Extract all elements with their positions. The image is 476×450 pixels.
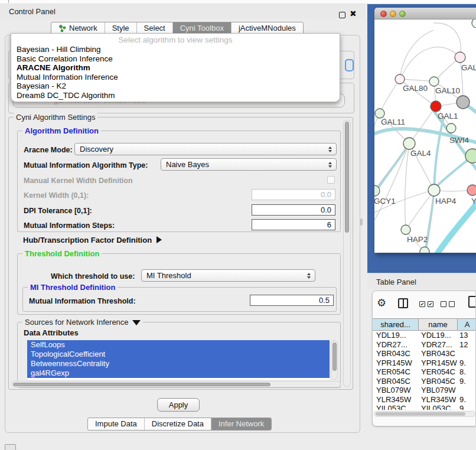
algorithm-dropdown-popup: Select algorithm to view settings Bayesi…	[11, 33, 340, 102]
tab-label: Cyni Toolbox	[180, 22, 224, 34]
node-label: GAL80	[403, 84, 428, 93]
tab-impute-data[interactable]: Impute Data	[88, 418, 144, 430]
threshold-definition-group: Threshold Definition Which threshold to …	[17, 253, 341, 315]
column-header-shared-name[interactable]: shared...	[373, 319, 419, 330]
mi-threshold-definition-group: MI Threshold Definition Mutual Informati…	[22, 287, 337, 312]
table-row[interactable]: YPR145WYPR145W9.	[373, 358, 476, 368]
zoom-traffic-light-icon[interactable]	[399, 11, 406, 17]
mi-threshold-input[interactable]	[250, 295, 334, 306]
network-node[interactable]	[431, 101, 441, 112]
split-view-icon[interactable]	[398, 298, 408, 308]
attribute-list-item[interactable]: BetweennessCentrality	[27, 359, 330, 369]
table-row[interactable]: YDR27...YDR27...12	[373, 340, 476, 350]
close-icon[interactable]: ✖	[350, 9, 357, 18]
network-node[interactable]	[420, 247, 429, 253]
settings-hscrollbar[interactable]	[11, 381, 341, 387]
tab-label: Network	[69, 22, 97, 34]
close-traffic-light-icon[interactable]	[380, 11, 387, 17]
attribute-list-item[interactable]: SelfLoops	[27, 340, 330, 350]
column-header-partial[interactable]: A	[458, 319, 476, 330]
table-cell: 9.	[458, 358, 476, 368]
algorithm-option[interactable]: Basic Correlation Inference	[11, 54, 340, 64]
minimize-traffic-light-icon[interactable]	[390, 11, 396, 17]
dpi-tolerance-input[interactable]	[252, 204, 335, 216]
unchecked-checkbox-icon[interactable]	[449, 301, 455, 307]
network-node[interactable]	[465, 149, 476, 163]
attribute-list-item[interactable]: TopologicalCoefficient	[27, 350, 330, 359]
tab-jactivemnodules[interactable]: jActiveMNodules	[231, 22, 303, 34]
network-node[interactable]	[395, 74, 405, 84]
scrollbar-thumb[interactable]	[376, 412, 465, 416]
table-cell: 8.	[458, 367, 476, 377]
network-edge	[409, 106, 436, 144]
network-canvas[interactable]: GALGAL80GAL10GAL1GAL11SWI4GAL4GCY1HAP4YH…	[374, 19, 476, 253]
algorithm-option[interactable]: ARACNE Algorithm	[11, 63, 340, 73]
algorithm-option[interactable]: Dream8 DC_TDC Algorithm	[11, 91, 340, 100]
table-row[interactable]: YDL19...YDL19...13	[373, 331, 476, 340]
which-threshold-label: Which threshold to use:	[51, 272, 135, 281]
algorithm-option[interactable]: Bayesian - Hill Climbing	[11, 45, 340, 54]
network-node[interactable]	[375, 109, 384, 118]
focused-combo-button[interactable]	[345, 59, 354, 71]
tab-select[interactable]: Select	[136, 22, 172, 34]
table-cell: YDL19...	[373, 331, 419, 340]
tab-infer-network[interactable]: Infer Network	[211, 418, 271, 430]
scrollbar-thumb[interactable]	[13, 383, 270, 386]
network-node[interactable]	[472, 19, 476, 28]
tab-style[interactable]: Style	[105, 22, 136, 34]
algorithm-option[interactable]: Mutual Information Inference	[11, 73, 340, 82]
table-row[interactable]: YER054CYER054C8.	[373, 367, 476, 377]
tab-discretize-data[interactable]: Discretize Data	[144, 418, 211, 430]
network-node[interactable]	[401, 225, 410, 234]
hub-tf-definition-toggle[interactable]: Hub/Transcription Factor Definition	[23, 236, 162, 244]
table-hscrollbar[interactable]	[374, 411, 475, 417]
tab-cyni-toolbox[interactable]: Cyni Toolbox	[172, 22, 231, 34]
attribute-list-item[interactable]: gal4RGexp	[27, 369, 330, 378]
node-label: GAL4	[410, 149, 431, 158]
manual-kernel-width-checkbox[interactable]	[327, 176, 335, 184]
table-row[interactable]: YIL053CYIL053C9	[373, 404, 476, 410]
network-node[interactable]	[446, 123, 456, 133]
splitter-handle[interactable]	[360, 219, 363, 226]
tab-network[interactable]: Network	[51, 22, 105, 34]
float-panel-icon[interactable]	[339, 12, 345, 18]
algorithm-definition-group: Algorithm Definition Aracne Mode: Discov…	[17, 131, 341, 232]
network-edge	[400, 30, 433, 79]
table-row[interactable]: YBL079WYBL079W	[373, 386, 476, 395]
scrollbar-thumb[interactable]	[345, 122, 349, 233]
network-window-titlebar[interactable]	[374, 8, 476, 19]
network-node[interactable]	[467, 185, 476, 195]
checked-checkbox-icon[interactable]: ✔	[419, 301, 425, 307]
unchecked-checkbox-icon[interactable]	[441, 301, 446, 307]
sources-group-title[interactable]: Sources for Network Inference	[22, 318, 143, 327]
table-cell: YDL19...	[419, 331, 458, 340]
aracne-mode-combo[interactable]: Discovery	[74, 143, 337, 155]
network-node[interactable]	[457, 96, 470, 109]
gear-icon[interactable]: ⚙	[377, 296, 386, 309]
attributes-scrollbar[interactable]	[331, 340, 338, 380]
network-edge	[433, 23, 461, 57]
table-cell: YLR345W	[373, 395, 419, 405]
table-row[interactable]: YBR043CYBR043C	[373, 349, 476, 358]
table-row[interactable]: YBR045CYBR045C9.	[373, 377, 476, 386]
checked-checkbox-icon[interactable]: ✔	[428, 301, 433, 307]
kernel-width-input[interactable]	[252, 189, 335, 200]
algorithm-option[interactable]: Bayesian - K2	[11, 81, 340, 91]
table-row[interactable]: YLR345WYLR345W9.	[373, 395, 476, 405]
table-cell: YBR043C	[373, 349, 419, 358]
mi-algorithm-type-combo[interactable]: Naive Bayes	[161, 158, 337, 171]
which-threshold-combo[interactable]: MI Threshold	[141, 269, 315, 282]
column-header-name[interactable]: name	[419, 319, 458, 330]
network-window[interactable]: GALGAL80GAL10GAL1GAL11SWI4GAL4GCY1HAP4YH…	[374, 8, 476, 253]
network-node[interactable]	[428, 184, 440, 196]
apply-button[interactable]: Apply	[157, 398, 200, 412]
scrollbar-thumb[interactable]	[332, 343, 337, 371]
network-edge	[400, 79, 434, 81]
network-node[interactable]	[429, 77, 439, 86]
minimized-panel-icon[interactable]	[5, 444, 16, 450]
mi-steps-input[interactable]	[252, 219, 335, 230]
network-node[interactable]	[455, 52, 465, 63]
settings-vscrollbar[interactable]	[343, 120, 351, 387]
network-node[interactable]	[403, 138, 415, 149]
document-icon[interactable]	[468, 296, 476, 308]
